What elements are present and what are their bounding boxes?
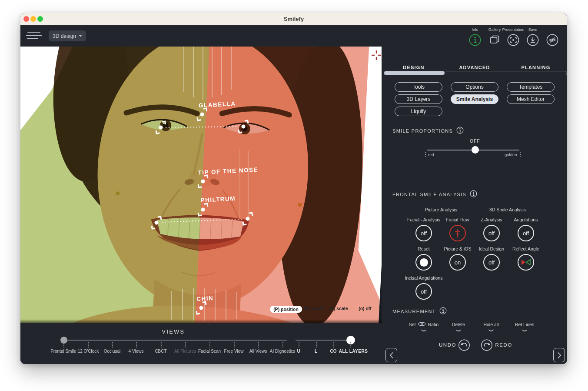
tick-upper [299,342,299,348]
redo-button[interactable] [481,339,493,351]
3d-layers-button[interactable]: 3D Layers [395,94,442,104]
set-label: Set [409,322,416,327]
view-4-views[interactable]: 4 Views [129,349,144,354]
tick-all-views [258,342,259,348]
tick-occlusal [112,342,113,348]
info-circle-icon[interactable] [470,190,477,198]
set-ratio-control[interactable]: Set Ratio [409,322,439,327]
top-toolbar: 3D design Info Gallery Presentation [20,25,567,47]
facial-analysis-state: off [415,225,432,241]
measurement-heading: MEASUREMENT [392,307,447,315]
layer-upper[interactable]: U [297,349,300,354]
hide-all-measurement[interactable]: Hide all [483,322,498,327]
delete-measurement[interactable]: Delete [452,322,465,327]
tick-all-layers [350,342,351,348]
patient-photo [20,47,382,323]
design-mode-dropdown[interactable]: 3D design [49,30,86,41]
ideal-design-state: off [483,254,500,271]
photo-canvas[interactable]: GLABELLA TIP OF THE NOSE PHILTRUM CHIN (… [20,47,382,323]
tick-12-oclock [88,342,89,348]
hint-position[interactable]: (P) position [270,306,302,313]
tick-all-pictures [185,342,186,348]
chevron-down-icon [79,35,82,37]
smile-proportions-slider-handle[interactable] [472,146,479,154]
incisal-angulations-state: off [415,283,432,300]
next-page-button[interactable] [553,348,565,362]
prev-page-button[interactable] [385,348,397,362]
hint-scale[interactable]: (S) scale [329,306,348,311]
undo-label[interactable]: UNDO [439,342,456,348]
view-free-view[interactable]: Free View [224,349,244,354]
window-title: Smilefy [20,13,567,25]
angulations-state: off [518,225,534,241]
smile-analysis-scene: GLABELLA TIP OF THE NOSE PHILTRUM CHIN [20,47,382,323]
hint-off[interactable]: (o) off [359,306,372,311]
titlebar: Smilefy [20,13,567,25]
templates-button[interactable]: Templates [507,82,555,92]
view-ai-dignostics[interactable]: AI Dignostics [270,349,295,354]
canvas-bottom-shadow [20,319,382,323]
hint-rotate[interactable]: (R) rotate [304,306,324,311]
views-slider-track[interactable] [63,340,287,341]
3d-smile-analysis-group-label: 3D Smile Analysis [489,207,526,212]
incisal-angulations-toggle[interactable]: Incisal Angulations off [400,275,448,300]
view-facial-scan[interactable]: Facial Scan [198,349,221,354]
undo-button[interactable] [458,339,470,351]
ratio-label: Ratio [428,322,439,327]
hide-all-indicator [488,328,494,331]
hamburger-menu-icon[interactable] [26,32,43,40]
layer-all-layers[interactable]: ALL LAYERS [339,349,368,354]
reflect-angle-toggle[interactable]: Reflect Angle [502,246,550,271]
view-all-views[interactable]: All Views [249,349,267,354]
angulations-toggle[interactable]: Angulations off [502,217,550,241]
smile-proportions-heading: SMILE PROPORTIONS [392,127,464,135]
workflow-progress-fill [384,71,445,75]
hide-view-button[interactable] [540,33,565,48]
smile-analysis-button[interactable]: Smile Analysis [451,94,498,104]
design-mode-label: 3D design [53,33,76,39]
views-bar: VIEWS Frontal Smile 12 O'Clock Occlusal … [20,323,382,364]
set-ratio-indicator [421,328,427,331]
slider-left-end-mark [425,152,426,157]
app-window: Smilefy 3D design Info Gallery [20,13,567,364]
reflect-angle-bowtie-icon [518,254,534,271]
tick-co [333,342,334,348]
tab-design[interactable]: DESIGN [403,65,424,70]
incisal-angulations-label: Incisal Angulations [400,275,448,281]
reflect-angle-label: Reflect Angle [502,246,550,252]
view-frontal-smile[interactable]: Frontal Smile [51,349,76,354]
smile-proportions-title: SMILE PROPORTIONS [392,128,453,134]
redo-label[interactable]: REDO [495,342,512,348]
angulations-label: Angulations [502,217,550,223]
chin-label: CHIN [196,295,214,302]
info-circle-icon[interactable] [439,307,447,315]
frontal-smile-analysis-heading: FRONTAL SMILE ANALYSIS [392,190,477,198]
info-circle-icon[interactable] [456,127,464,135]
smile-proportions-left-label: red [428,152,434,157]
view-all-pictures[interactable]: All Pictures [174,349,196,354]
tick-cbct [161,342,162,348]
layers-slider-track[interactable] [296,340,352,341]
mesh-editor-button[interactable]: Mesh Editor [507,94,555,104]
tools-button[interactable]: Tools [395,82,442,92]
ref-lines-measurement[interactable]: Ref Lines [515,322,534,327]
smile-proportions-right-label: golden [505,152,517,157]
liquify-button[interactable]: Liquify [395,107,442,116]
tick-lower [316,342,317,348]
tab-planning[interactable]: PLANNING [521,65,550,70]
smile-proportions-value: OFF [470,138,480,144]
view-12-oclock[interactable]: 12 O'Clock [78,349,99,354]
view-cbct[interactable]: CBCT [155,349,166,354]
tab-advanced[interactable]: ADVANCED [459,65,490,70]
view-occlusal[interactable]: Occlusal [104,349,120,354]
layer-lower[interactable]: L [315,349,317,354]
workflow-progress-bar [384,71,567,75]
tick-4-views [136,342,137,348]
delete-indicator [456,328,462,331]
options-button[interactable]: Options [451,82,498,92]
views-title: VIEWS [162,329,185,335]
tick-frontal-smile [63,342,64,348]
layer-co[interactable]: CO [330,349,337,354]
frontal-smile-analysis-title: FRONTAL SMILE ANALYSIS [392,192,466,197]
z-analysis-state: off [483,225,500,241]
